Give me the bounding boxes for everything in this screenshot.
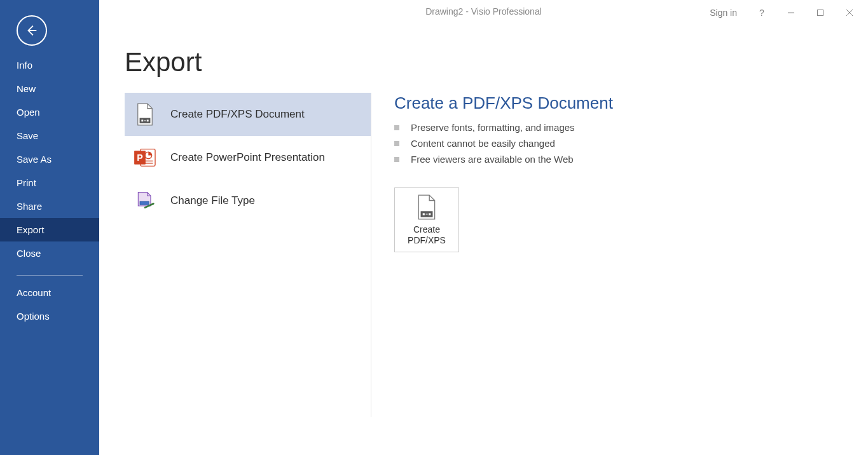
export-option-pdfxps[interactable]: Create PDF/XPS Document [125, 93, 371, 136]
minimize-button[interactable] [776, 3, 806, 22]
app-name: Visio Professional [471, 6, 542, 17]
close-window-button[interactable] [835, 3, 864, 22]
minimize-icon [787, 9, 795, 17]
nav-account[interactable]: Account [0, 281, 99, 304]
back-button[interactable] [17, 15, 47, 46]
export-option-label: Create PowerPoint Presentation [170, 151, 325, 164]
detail-bullet: Free viewers are available on the Web [394, 151, 868, 167]
svg-rect-7 [147, 119, 149, 121]
create-pdf-xps-button[interactable]: CreatePDF/XPS [394, 187, 459, 252]
sign-in-link[interactable]: Sign in [699, 3, 747, 23]
nav-share[interactable]: Share [0, 194, 99, 218]
detail-bullet: Content cannot be easily changed [394, 135, 868, 151]
document-name: Drawing2 [425, 6, 463, 17]
nav-options[interactable]: Options [0, 304, 99, 328]
nav-info[interactable]: Info [0, 53, 99, 77]
export-options-list: Create PDF/XPS Document P [125, 93, 371, 417]
detail-heading: Create a PDF/XPS Document [394, 93, 868, 113]
backstage-sidebar: Info New Open Save Save As Print Share E… [0, 0, 99, 455]
maximize-button[interactable] [806, 3, 835, 22]
window-title: Drawing2 - Visio Professional [425, 6, 542, 17]
nav-list: Info New Open Save Save As Print Share E… [0, 53, 99, 328]
title-separator: - [463, 6, 471, 17]
nav-separator [17, 275, 83, 276]
nav-saveas[interactable]: Save As [0, 147, 99, 171]
pdfxps-icon [134, 103, 156, 126]
export-detail-pane: Create a PDF/XPS Document Preserve fonts… [371, 93, 868, 417]
nav-close[interactable]: Close [0, 241, 99, 265]
export-option-label: Create PDF/XPS Document [170, 108, 305, 121]
export-option-label: Change File Type [170, 194, 255, 207]
svg-text:P: P [137, 153, 142, 163]
main-area: Drawing2 - Visio Professional Sign in ? … [99, 0, 868, 455]
svg-rect-17 [423, 213, 425, 215]
svg-rect-15 [140, 201, 149, 205]
close-icon [846, 9, 853, 17]
create-button-label: CreatePDF/XPS [408, 224, 446, 247]
help-button[interactable]: ? [747, 3, 776, 22]
powerpoint-icon: P [134, 146, 156, 169]
nav-print[interactable]: Print [0, 171, 99, 194]
export-option-changefiletype[interactable]: Change File Type [125, 179, 371, 222]
nav-new[interactable]: New [0, 77, 99, 100]
detail-bullet-list: Preserve fonts, formatting, and images C… [394, 119, 868, 167]
nav-save[interactable]: Save [0, 124, 99, 147]
change-file-type-icon [134, 189, 156, 212]
pdfxps-large-icon [416, 194, 437, 221]
maximize-icon [816, 9, 824, 17]
page-title: Export [125, 47, 868, 78]
detail-bullet: Preserve fonts, formatting, and images [394, 119, 868, 135]
svg-rect-18 [429, 213, 431, 215]
svg-rect-6 [141, 119, 143, 121]
svg-rect-2 [818, 10, 823, 16]
back-arrow-icon [25, 24, 39, 37]
nav-export[interactable]: Export [0, 218, 99, 241]
nav-open[interactable]: Open [0, 100, 99, 124]
export-option-powerpoint[interactable]: P Create PowerPoint Presentation [125, 136, 371, 179]
